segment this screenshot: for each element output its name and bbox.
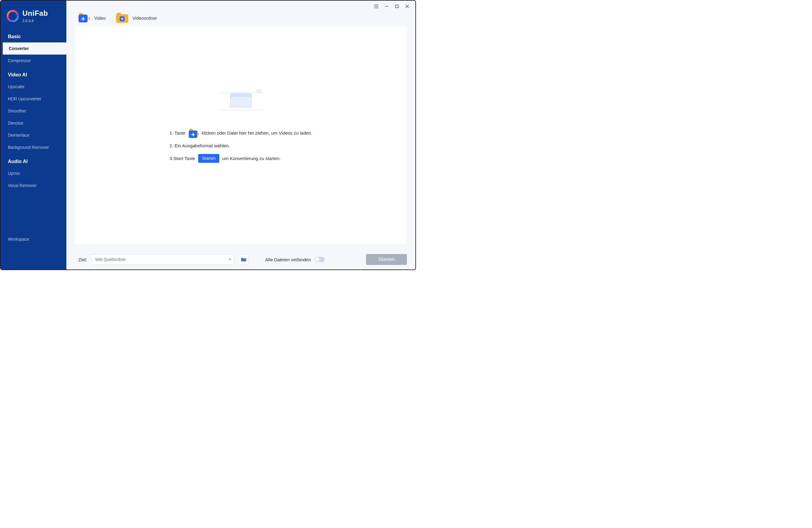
- app-version: 2.0.3.4: [23, 19, 48, 23]
- app-logo-icon: [7, 10, 19, 22]
- step1-suffix: klicken oder Datei hier hin ziehen, um V…: [202, 129, 313, 137]
- merge-label: Alle Dateien verbinden: [265, 257, 311, 262]
- brand: UniFab 2.0.3.4: [1, 1, 66, 28]
- nav-section-video-ai: Video AI: [1, 67, 66, 81]
- add-video-folder-button[interactable]: Videoordner: [116, 13, 157, 23]
- start-badge: Starten: [198, 154, 219, 163]
- step3-prefix: 3.Start-Taste: [169, 155, 195, 162]
- drop-area[interactable]: 1. Taste klicken oder Datei hier hin zie…: [75, 27, 407, 244]
- merge-toggle[interactable]: [315, 257, 325, 262]
- sidebar-item-converter[interactable]: Converter: [1, 42, 66, 55]
- add-video-label: Video: [94, 15, 106, 20]
- empty-inbox-illustration: [218, 90, 264, 112]
- sidebar-item-background-remover[interactable]: Background Remover: [1, 141, 66, 153]
- sidebar-item-deinterlace[interactable]: Deinterlace: [1, 129, 66, 141]
- chevron-down-icon: [229, 259, 231, 260]
- add-video-icon: [78, 13, 90, 23]
- close-icon[interactable]: [402, 2, 412, 10]
- sidebar-item-vocal-remover[interactable]: Vocal Remover: [1, 180, 66, 191]
- destination-label: Ziel:: [78, 257, 87, 262]
- toolbar: Video Videoordner: [66, 10, 416, 27]
- open-destination-folder-button[interactable]: [238, 254, 249, 265]
- video-folder-icon: [116, 13, 128, 23]
- menu-icon[interactable]: [371, 2, 381, 10]
- svg-rect-2: [396, 5, 398, 8]
- add-video-icon: [189, 129, 199, 138]
- maximize-icon[interactable]: [392, 2, 402, 10]
- svg-point-0: [8, 11, 18, 21]
- step2-text: 2. Ein Ausgabeformat wählen.: [169, 142, 230, 150]
- merge-all-files: Alle Dateien verbinden: [265, 257, 325, 262]
- add-video-button[interactable]: Video: [78, 13, 106, 23]
- main-area: Video Videoordner 1. Taste klicken oder …: [66, 1, 416, 269]
- add-video-folder-label: Videoordner: [132, 15, 157, 20]
- sidebar-item-upscaler[interactable]: Upscaler: [1, 81, 66, 93]
- sidebar-item-denoise[interactable]: Denoise: [1, 117, 66, 129]
- instruction-steps: 1. Taste klicken oder Datei hier hin zie…: [169, 129, 312, 167]
- start-button[interactable]: Starten: [366, 254, 407, 265]
- sidebar-item-smoother[interactable]: Smoother: [1, 105, 66, 117]
- minimize-icon[interactable]: [381, 2, 392, 10]
- app-name: UniFab: [23, 9, 48, 18]
- titlebar: [66, 1, 416, 10]
- sidebar-item-compressor[interactable]: Compressor: [1, 55, 66, 67]
- destination-select[interactable]: Wie Quellordner: [91, 254, 234, 265]
- nav-section-audio-ai: Audio AI: [1, 153, 66, 167]
- destination-select-value: Wie Quellordner: [91, 254, 234, 265]
- footer-bar: Ziel: Wie Quellordner Alle Dateien verbi…: [66, 249, 416, 269]
- nav-section-basic: Basic: [1, 28, 66, 42]
- step3-suffix: um Konvertierung zu starten.: [222, 155, 281, 162]
- sidebar-item-hdr-upconverter[interactable]: HDR Upconverter: [1, 93, 66, 105]
- sidebar-item-upmix[interactable]: Upmix: [1, 167, 66, 180]
- folder-icon: [241, 257, 246, 262]
- sidebar: UniFab 2.0.3.4 Basic Converter Compresso…: [1, 1, 66, 269]
- step1-prefix: 1. Taste: [169, 129, 185, 137]
- sidebar-item-workspace[interactable]: Workspace: [1, 233, 66, 245]
